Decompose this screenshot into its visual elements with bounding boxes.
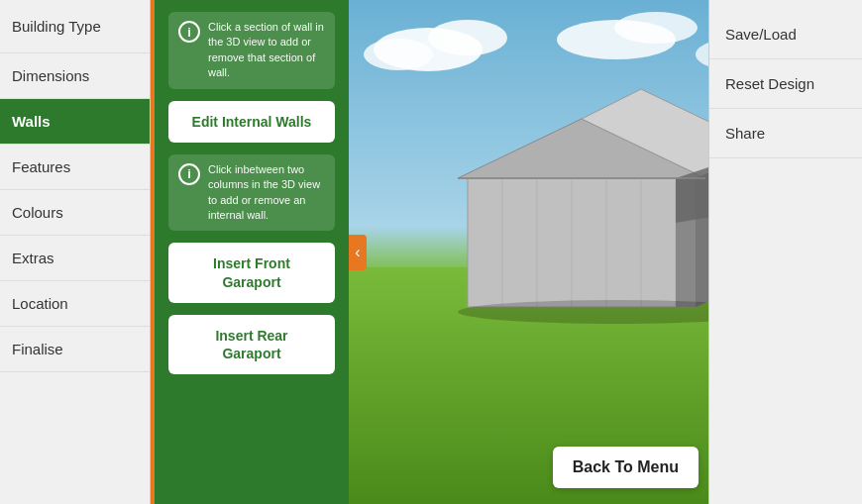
sidebar-item-finalise[interactable]: Finalise: [0, 327, 150, 372]
insert-front-garaport-button[interactable]: Insert FrontGaraport: [168, 243, 335, 302]
left-sidebar: Building Type Dimensions Walls Features …: [0, 0, 151, 504]
sidebar-item-label: Colours: [12, 204, 63, 221]
sidebar-item-location[interactable]: Location: [0, 281, 150, 327]
green-panel: i Click a section of wall in the 3D view…: [151, 0, 349, 504]
sidebar-item-dimensions[interactable]: Dimensions: [0, 53, 150, 99]
sidebar-item-features[interactable]: Features: [0, 145, 150, 190]
info-icon-1: i: [178, 21, 200, 43]
sidebar-item-label: Dimensions: [12, 67, 89, 84]
background-scene: ↖: [349, 0, 708, 504]
reset-design-item[interactable]: Reset Design: [709, 59, 862, 109]
share-label: Share: [725, 125, 765, 142]
right-panel: Save/Load Reset Design Share: [708, 0, 862, 504]
svg-point-2: [428, 20, 507, 55]
collapse-panel-arrow[interactable]: ‹: [349, 235, 367, 270]
sidebar-item-label: Building Type: [12, 18, 101, 35]
building-canvas: ↖: [349, 0, 708, 504]
reset-design-label: Reset Design: [725, 75, 814, 92]
sidebar-item-colours[interactable]: Colours: [0, 190, 150, 236]
info-icon-2: i: [178, 163, 200, 185]
sidebar-item-label: Finalise: [12, 341, 63, 357]
info-text-2: Click inbetween two columns in the 3D vi…: [208, 162, 325, 224]
save-load-item[interactable]: Save/Load: [709, 10, 862, 59]
info-box-2: i Click inbetween two columns in the 3D …: [168, 154, 335, 232]
sidebar-item-label: Walls: [12, 113, 51, 130]
sidebar-item-building-type[interactable]: Building Type: [0, 0, 150, 53]
sidebar-item-label: Features: [12, 158, 70, 175]
insert-rear-garaport-button[interactable]: Insert RearGaraport: [168, 315, 335, 374]
save-load-label: Save/Load: [725, 26, 797, 43]
edit-internal-walls-button[interactable]: Edit Internal Walls: [168, 101, 335, 143]
sidebar-item-walls[interactable]: Walls: [0, 99, 150, 145]
share-item[interactable]: Share: [709, 109, 862, 158]
main-3d-view[interactable]: ↖ Back To Menu: [349, 0, 708, 504]
back-to-menu-button[interactable]: Back To Menu: [553, 447, 699, 488]
sidebar-item-label: Extras: [12, 250, 54, 266]
svg-point-5: [614, 12, 698, 44]
info-text-1: Click a section of wall in the 3D view t…: [208, 20, 325, 81]
svg-point-3: [364, 39, 433, 70]
sidebar-item-extras[interactable]: Extras: [0, 236, 150, 281]
info-box-1: i Click a section of wall in the 3D view…: [168, 12, 335, 89]
sidebar-item-label: Location: [12, 295, 68, 312]
